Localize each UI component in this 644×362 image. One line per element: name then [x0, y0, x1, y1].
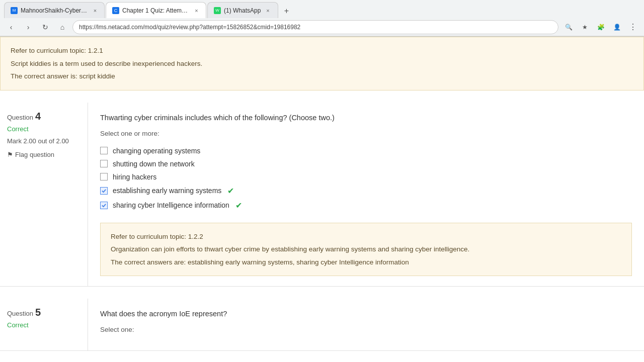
tab1-label: MahnoorShaikh-Cybersecurity t... [21, 7, 89, 14]
option-d: establishing early warning systems ✔ [100, 184, 632, 198]
bookmark-button[interactable]: ★ [578, 20, 592, 34]
forward-button[interactable]: › [21, 20, 35, 34]
page-content: Refer to curriculum topic: 1.2.1 Script … [0, 37, 644, 351]
q4-description: Organization can join efforts to thwart … [111, 244, 621, 255]
q4-correct-answer: The correct answers are: establishing ea… [111, 257, 621, 268]
option-c: hiring hackers [100, 170, 632, 184]
question5-label: Question [7, 310, 33, 317]
menu-button[interactable]: ⋮ [626, 20, 640, 34]
tab1-close-button[interactable]: × [92, 7, 98, 15]
option-e-text: sharing cyber Intelligence information [113, 201, 229, 209]
flag-question4-link[interactable]: ⚑ Flag question [7, 151, 80, 158]
question4-sidebar: Question 4 Correct Mark 2.00 out of 2.00… [0, 103, 88, 287]
option-a-text: changing operating systems [113, 147, 200, 155]
question5-text: What does the acronym IoE represent? [100, 309, 632, 320]
flag-icon: ⚑ [7, 151, 13, 158]
correct-marker-e: ✔ [235, 201, 242, 210]
question4-label: Question [7, 114, 33, 121]
address-bar[interactable]: https://lms.netacad.com/mod/quiz/review.… [72, 20, 558, 34]
prev-topic-ref: Refer to curriculum topic: 1.2.1 [11, 45, 633, 56]
question4-instruction: Select one or more: [100, 130, 632, 137]
prev-description: Script kiddies is a term used to describ… [11, 58, 633, 69]
tab1-favicon: M [11, 7, 18, 14]
option-b: shutting down the network [100, 157, 632, 170]
extensions-button[interactable]: 🧩 [594, 20, 608, 34]
back-button[interactable]: ‹ [4, 20, 18, 34]
profile-button[interactable]: 👤 [610, 20, 624, 34]
flag-label: Flag question [15, 151, 54, 158]
browser-menu-icons: 🔍 ★ 🧩 👤 ⋮ [561, 20, 640, 34]
tab3-favicon: W [214, 7, 221, 14]
tab3-close-button[interactable]: × [264, 7, 272, 15]
reload-button[interactable]: ↻ [38, 20, 52, 34]
home-button[interactable]: ⌂ [55, 20, 69, 34]
question4-section: Question 4 Correct Mark 2.00 out of 2.00… [0, 103, 644, 287]
question4-feedback-box: Refer to curriculum topic: 1.2.2 Organiz… [100, 223, 632, 277]
question5-section: Question 5 Correct What does the acronym… [0, 299, 644, 351]
tab-cybersecurity[interactable]: M MahnoorShaikh-Cybersecurity t... × [4, 2, 105, 18]
question4-status: Correct [7, 125, 80, 133]
option-d-text: establishing early warning systems [113, 187, 221, 195]
url-text: https://lms.netacad.com/mod/quiz/review.… [79, 24, 300, 31]
question4-mark-info: Mark 2.00 out of 2.00 [7, 137, 80, 146]
option-b-text: shutting down the network [113, 160, 195, 168]
tab2-favicon: C [112, 7, 119, 14]
question5-status: Correct [7, 321, 80, 329]
prev-correct-answer: The correct answer is: script kiddie [11, 71, 633, 82]
tab3-label: (1) WhatsApp [224, 7, 261, 14]
zoom-button[interactable]: 🔍 [561, 20, 576, 34]
tab-quiz-review[interactable]: C Chapter 1 Quiz: Attempt review × [106, 2, 206, 18]
checkbox-c[interactable] [100, 173, 108, 180]
question5-sidebar: Question 5 Correct [0, 299, 88, 350]
new-tab-button[interactable]: + [279, 4, 293, 18]
option-c-text: hiring hackers [113, 173, 156, 181]
question4-options: changing operating systems shutting down… [100, 144, 632, 213]
correct-marker-d: ✔ [227, 186, 234, 196]
option-e: sharing cyber Intelligence information ✔ [100, 198, 632, 213]
address-bar-row: ‹ › ↻ ⌂ https://lms.netacad.com/mod/quiz… [0, 18, 644, 36]
tab2-close-button[interactable]: × [193, 7, 200, 15]
checkbox-b[interactable] [100, 160, 108, 167]
question4-body: Thwarting cyber criminals includes which… [88, 103, 644, 287]
option-a: changing operating systems [100, 144, 632, 157]
prev-question-feedback: Refer to curriculum topic: 1.2.1 Script … [0, 37, 644, 90]
tab-bar: M MahnoorShaikh-Cybersecurity t... × C C… [0, 0, 644, 18]
tab2-label: Chapter 1 Quiz: Attempt review [122, 7, 190, 14]
question5-instruction: Select one: [100, 326, 632, 333]
question5-body: What does the acronym IoE represent? Sel… [88, 299, 644, 350]
question4-text: Thwarting cyber criminals includes which… [100, 113, 632, 124]
browser-chrome: M MahnoorShaikh-Cybersecurity t... × C C… [0, 0, 644, 37]
question4-feedback: Refer to curriculum topic: 1.2.2 Organiz… [100, 223, 632, 277]
tab-whatsapp[interactable]: W (1) WhatsApp × [207, 2, 278, 18]
checkbox-e[interactable] [100, 202, 108, 209]
q4-topic-ref: Refer to curriculum topic: 1.2.2 [111, 231, 621, 242]
question4-number: 4 [35, 111, 41, 122]
question5-number: 5 [35, 307, 41, 318]
checkbox-a[interactable] [100, 147, 108, 154]
checkbox-d[interactable] [100, 187, 108, 195]
